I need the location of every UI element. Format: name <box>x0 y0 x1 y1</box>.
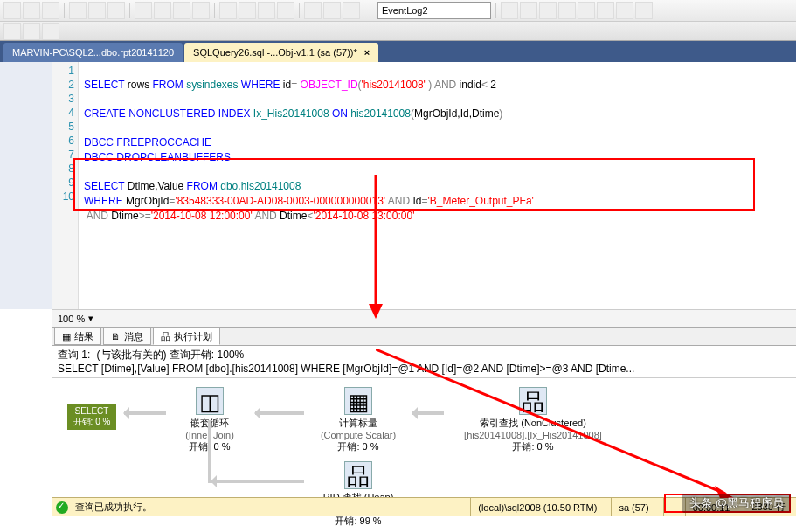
tab-rpt20141120[interactable]: MARVIN-PC\SQL2...dbo.rpt20141120 <box>3 43 183 62</box>
tb-btn[interactable] <box>520 2 537 19</box>
tb-btn[interactable] <box>88 2 106 19</box>
tb-btn[interactable] <box>154 2 171 19</box>
tb-btn[interactable] <box>501 2 518 19</box>
watermark: 头条 @黑马程序员 <box>682 494 791 513</box>
plan-node-select[interactable]: SELECT开销: 0 % <box>61 404 122 430</box>
tb-btn[interactable] <box>219 2 237 19</box>
line-gutter: 12345678910 <box>52 62 79 309</box>
tb-btn[interactable] <box>578 2 595 19</box>
plan-header: 查询 1: (与该批有关的) 查询开销: 100% SELECT [Dtime]… <box>52 346 796 378</box>
tb-btn[interactable] <box>616 2 633 19</box>
plan-node-rid-lookup[interactable]: 品 RID 查找 (Heap) [his20141008] 开销: 99 % <box>306 461 411 528</box>
tab-execution-plan[interactable]: 品执行计划 <box>153 328 220 345</box>
tb-btn[interactable] <box>343 2 360 19</box>
tb-btn[interactable] <box>192 2 210 19</box>
tb-btn[interactable] <box>3 23 21 40</box>
zoom-row: 100 % ▾ <box>52 309 796 327</box>
status-message: 查询已成功执行。 <box>75 501 152 514</box>
msg-icon: 🗎 <box>111 331 121 342</box>
database-combo[interactable] <box>377 2 491 19</box>
tb-btn[interactable] <box>239 2 256 19</box>
tb-btn[interactable] <box>635 2 653 19</box>
tb-btn[interactable] <box>135 2 152 19</box>
tb-btn[interactable] <box>42 2 59 19</box>
status-server: (local)\sql2008 (10.50 RTM) <box>470 498 604 516</box>
tb-btn[interactable] <box>539 2 557 19</box>
toolbar-row-2 <box>0 22 796 41</box>
status-ok-icon <box>56 501 68 514</box>
tb-btn[interactable] <box>42 23 59 40</box>
tb-btn[interactable] <box>23 2 40 19</box>
tab-results[interactable]: ▦结果 <box>54 328 101 345</box>
tb-btn[interactable] <box>597 2 614 19</box>
tb-btn[interactable] <box>304 2 322 19</box>
pinned-panel-left[interactable] <box>0 62 52 309</box>
tb-btn[interactable] <box>173 2 190 19</box>
tb-btn[interactable] <box>323 2 341 19</box>
results-tabbar: ▦结果 🗎消息 品执行计划 <box>52 327 796 346</box>
zoom-value[interactable]: 100 % <box>58 314 85 324</box>
plan-node-index-seek[interactable]: 品 索引查找 (NonClustered) [his20141008].[Ix_… <box>446 387 620 453</box>
tb-btn[interactable] <box>69 2 87 19</box>
seek-icon: 品 <box>519 387 547 415</box>
tab-messages[interactable]: 🗎消息 <box>103 328 151 345</box>
close-icon[interactable]: × <box>364 47 370 58</box>
compute-icon: ▦ <box>344 387 372 415</box>
status-user: sa (57) <box>611 498 655 516</box>
rid-icon: 品 <box>344 461 372 489</box>
tb-btn[interactable] <box>277 2 294 19</box>
status-db <box>663 498 678 516</box>
tab-sqlquery26[interactable]: SQLQuery26.sql -...Obj-v1.1 (sa (57))* × <box>184 43 378 62</box>
tb-btn[interactable] <box>3 2 21 19</box>
grid-icon: ▦ <box>62 331 71 342</box>
sql-editor[interactable]: SELECT rows FROM sysindexes WHERE id= OB… <box>79 62 796 309</box>
tb-btn[interactable] <box>107 2 125 19</box>
plan-icon: 品 <box>161 330 170 343</box>
document-tabbar: MARVIN-PC\SQL2...dbo.rpt20141120 SQLQuer… <box>0 41 796 62</box>
plan-node-compute-scalar[interactable]: ▦ 计算标量 (Compute Scalar) 开销: 0 % <box>306 387 411 453</box>
tb-btn[interactable] <box>258 2 275 19</box>
tb-btn[interactable] <box>558 2 576 19</box>
toolbar-row-1 <box>0 0 796 22</box>
loop-icon: ◫ <box>196 387 224 415</box>
tb-btn[interactable] <box>23 23 40 40</box>
